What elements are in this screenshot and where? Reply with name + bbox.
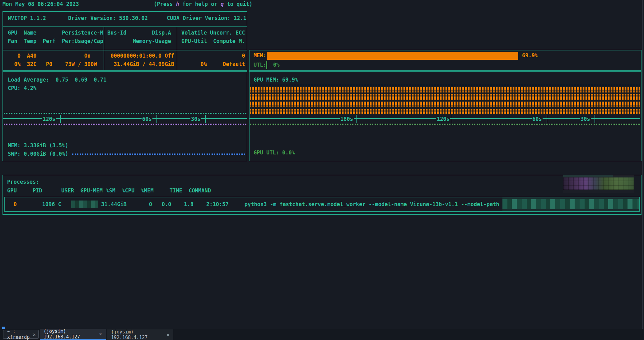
tab-xfreerdp-label: ~ : xfreerdp bbox=[7, 329, 30, 340]
redacted-user-block bbox=[71, 201, 98, 208]
device-column-separator-1 bbox=[104, 26, 104, 71]
tab-joysim-1-close-icon[interactable]: × bbox=[99, 331, 102, 337]
help-key-q: q bbox=[221, 1, 224, 7]
gpu-axis-tick-180s bbox=[356, 115, 357, 123]
clock-text: Mon May 08 06:26:04 2023 bbox=[2, 0, 79, 8]
gpu-axis-label-60s: 60s bbox=[532, 115, 543, 123]
processes-columns-header: GPU PID USER GPU-MEM %SM %CPU %MEM TIME … bbox=[7, 187, 211, 194]
redacted-host-block bbox=[563, 177, 634, 190]
gpu-row-col1-line1: 0 A40 On bbox=[8, 52, 91, 59]
terminal-scrollbar[interactable] bbox=[642, 0, 643, 329]
gpu-row-col3-line2: 0% Default bbox=[181, 60, 245, 68]
gpu-row-col3-line1: 0 bbox=[181, 52, 245, 59]
table-header-col1-line2: Fan Temp Perf Pwr:Usage/Cap bbox=[8, 37, 103, 45]
utl-gauge-label: UTL: bbox=[254, 61, 266, 68]
gpu-axis-tick-120s bbox=[452, 115, 452, 123]
tab-joysim-2-close-icon[interactable]: × bbox=[166, 332, 170, 338]
utl-gauge-value: 0% bbox=[273, 61, 279, 68]
gpu-axis-tick-30s bbox=[595, 115, 595, 123]
mem-gauge-label: MEM: bbox=[254, 52, 266, 59]
help-middle: for help or bbox=[179, 1, 221, 7]
gpu-row-col1-line2: 0% 32C P0 73W / 300W bbox=[8, 60, 97, 68]
cpu-history-graph bbox=[4, 113, 247, 114]
tab-xfreerdp[interactable]: ~ : xfreerdp × bbox=[3, 330, 39, 339]
cuda-version: CUDA Driver Version: 12.1 bbox=[167, 14, 246, 22]
driver-version: Driver Version: 530.30.02 bbox=[68, 14, 148, 22]
gpu-axis-label-180s: 180s bbox=[340, 115, 354, 123]
process-stats: 31.44GiB 0 0.0 1.8 2:10:57 bbox=[98, 201, 245, 207]
gpu-mem-title: GPU MEM: 69.9% bbox=[254, 76, 298, 83]
device-panel-divider-2 bbox=[2, 50, 247, 50]
host-axis-tick-60s bbox=[156, 115, 157, 123]
help-suffix: to quit) bbox=[224, 1, 252, 7]
tab-joysim-2[interactable]: (joysim) 192.168.4.127 × bbox=[107, 329, 173, 340]
host-axis-tick-120s bbox=[60, 115, 61, 123]
process-gpu-index: 0 bbox=[7, 201, 17, 207]
host-mem-text: MEM: 3.33GiB (3.5%) bbox=[8, 142, 68, 149]
help-hint: (Press h for help or q to quit) bbox=[154, 0, 252, 8]
table-header-col2-line1: Bus-Id Disp.A bbox=[107, 29, 171, 36]
help-key-h: h bbox=[176, 1, 179, 7]
tab-joysim-1-label: (joysim) 192.168.4.127 bbox=[44, 328, 96, 340]
host-axis-label-30s: 30s bbox=[190, 115, 201, 123]
process-pid-type: 1096 C bbox=[17, 201, 61, 207]
gpu-utl-title: GPU UTL: 0.0% bbox=[254, 149, 295, 156]
gpu-axis-tick-60s bbox=[547, 115, 547, 123]
process-row[interactable]: 0 1096 C 31.44GiB 0 0.0 1.8 2:10:57 pyth… bbox=[5, 197, 639, 211]
processes-title: Processes: bbox=[7, 178, 39, 186]
load-average-text: Load Average: 0.75 0.69 0.71 bbox=[8, 76, 106, 83]
tab-joysim-1[interactable]: (joysim) 192.168.4.127 × bbox=[40, 329, 106, 340]
gpu-mem-history-graph bbox=[250, 85, 640, 114]
host-axis-line bbox=[3, 118, 247, 119]
table-header-col2-line2: Memory-Usage bbox=[107, 37, 171, 45]
cpu-percent-text: CPU: 4.2% bbox=[8, 84, 36, 92]
table-header-col1-line1: GPU Name Persistence-M bbox=[8, 29, 103, 36]
redacted-model-path-block bbox=[502, 199, 639, 209]
gpu-utl-history-graph bbox=[250, 124, 640, 125]
swap-history-graph bbox=[72, 153, 246, 155]
table-header-col3-line2: GPU-Util Compute M. bbox=[181, 37, 245, 45]
tab-joysim-2-label: (joysim) 192.168.4.127 bbox=[111, 329, 163, 340]
help-prefix: (Press bbox=[154, 1, 176, 7]
host-axis-tick-30s bbox=[205, 115, 206, 123]
app-title: NVITOP 1.1.2 bbox=[8, 14, 46, 22]
mem-gauge-bar bbox=[267, 52, 518, 60]
host-swap-text: SWP: 0.00GiB (0.0%) bbox=[8, 150, 68, 158]
tab-xfreerdp-close-icon[interactable]: × bbox=[33, 332, 36, 338]
gpu-axis-label-120s: 120s bbox=[436, 115, 450, 123]
gpu-axis-label-30s: 30s bbox=[580, 115, 591, 123]
host-axis-label-60s: 60s bbox=[142, 115, 152, 123]
terminal-tab-bar: ~ : xfreerdp × (joysim) 192.168.4.127 × … bbox=[0, 329, 644, 340]
utl-gauge-bar bbox=[266, 61, 267, 69]
device-panel-divider-1 bbox=[2, 26, 247, 27]
mem-history-graph bbox=[4, 124, 247, 125]
process-command: python3 -m fastchat.serve.model_worker -… bbox=[245, 201, 502, 207]
host-axis-label-120s: 120s bbox=[42, 115, 56, 123]
host-time-axis: 120s 60s 30s bbox=[3, 115, 247, 123]
table-header-col3-line1: Volatile Uncorr. ECC bbox=[181, 29, 245, 36]
device-column-separator-2 bbox=[177, 26, 177, 71]
gpu-time-axis: 180s 120s 60s 30s bbox=[250, 115, 640, 123]
nvitop-terminal: Mon May 08 06:26:04 2023 (Press h for he… bbox=[0, 0, 644, 340]
gpu-row-col2-line1: 00000000:01:00.0 Off bbox=[107, 52, 174, 59]
gpu-row-col2-line2: 31.44GiB / 44.99GiB bbox=[107, 60, 174, 68]
redacted-host-strip bbox=[563, 175, 613, 177]
mem-gauge-value: 69.9% bbox=[522, 52, 538, 59]
